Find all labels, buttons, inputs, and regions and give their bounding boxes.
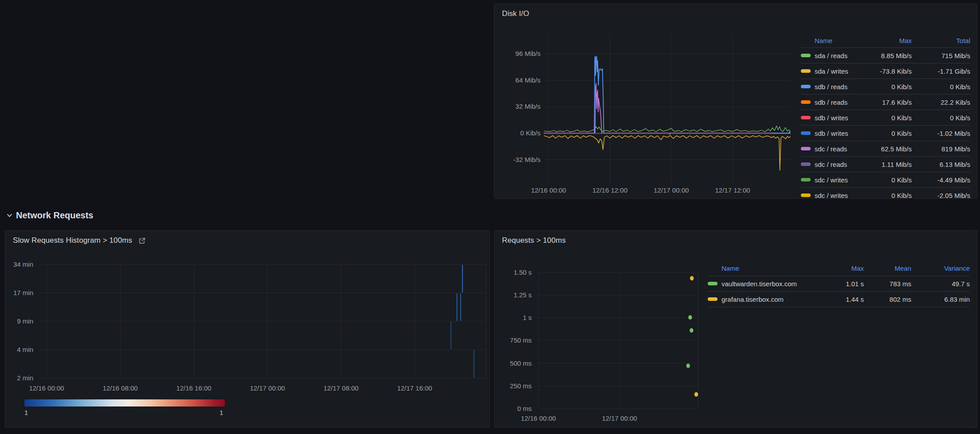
requests-y-tick-label: 250 ms bbox=[510, 382, 532, 390]
legend-value: -1.71 Gib/s bbox=[917, 67, 970, 75]
requests-legend-header: NameMaxMeanVariance bbox=[708, 261, 970, 276]
disk-series-line bbox=[544, 126, 791, 132]
legend-value: 17.6 Kib/s bbox=[861, 99, 912, 106]
heatmap-x-tick-label: 12/16 16:00 bbox=[176, 384, 211, 392]
requests-x-tick-label: 12/17 00:00 bbox=[602, 414, 637, 422]
legend-col-mean[interactable]: Mean bbox=[869, 264, 911, 272]
series-color-swatch bbox=[801, 69, 811, 73]
legend-value: 49.7 s bbox=[917, 280, 970, 288]
disk-io-legend-header: NameMaxTotal bbox=[801, 33, 970, 48]
heatmap-color-scale bbox=[24, 399, 225, 406]
legend-value: 0 Kib/s bbox=[861, 114, 912, 122]
disk-io-legend-row[interactable]: sda / reads8.85 Mib/s715 Mib/s bbox=[801, 48, 970, 63]
disk-x-tick-label: 12/16 00:00 bbox=[531, 186, 566, 194]
series-name-label[interactable]: sdc / writes bbox=[815, 176, 848, 184]
legend-value: 0 Kib/s bbox=[861, 83, 912, 91]
series-name-label[interactable]: sdc / writes bbox=[815, 192, 848, 199]
panel-requests: Requests > 100ms 1.50 s1.25 s1 s750 ms50… bbox=[494, 230, 977, 428]
legend-col-name[interactable]: Name bbox=[801, 37, 855, 44]
panel-disk-io: Disk I/O 96 Mib/s64 Mib/s32 Mib/s0 Kib/s… bbox=[494, 4, 977, 199]
legend-value: 0 Kib/s bbox=[861, 130, 912, 137]
disk-io-legend-table: NameMaxTotalsda / reads8.85 Mib/s715 Mib… bbox=[801, 33, 970, 199]
heatmap-y-tick-label: 17 min bbox=[13, 289, 33, 296]
legend-value: -2.05 Mib/s bbox=[917, 192, 970, 199]
legend-value: 1.44 s bbox=[822, 296, 864, 303]
disk-io-legend-row[interactable]: sda / writes-73.8 Kib/s-1.71 Gib/s bbox=[801, 63, 970, 79]
legend-value: 802 ms bbox=[869, 296, 911, 303]
legend-col-total[interactable]: Total bbox=[917, 37, 970, 44]
series-color-swatch bbox=[801, 193, 811, 197]
series-name-label[interactable]: sda / writes bbox=[815, 67, 848, 75]
disk-io-legend-row[interactable]: sdb / writes0 Kib/s0 Kib/s bbox=[801, 110, 970, 126]
disk-io-legend-row[interactable]: sdc / reads1.11 Mib/s6.13 Mib/s bbox=[801, 157, 970, 172]
requests-scatter-chart[interactable]: 1.50 s1.25 s1 s750 ms500 ms250 ms0 ms12/… bbox=[494, 231, 977, 427]
heatmap-x-tick-label: 12/17 16:00 bbox=[397, 384, 432, 392]
scatter-point[interactable] bbox=[694, 392, 698, 397]
scatter-point[interactable] bbox=[686, 363, 690, 368]
panel-title-requests[interactable]: Requests > 100ms bbox=[502, 236, 566, 245]
section-network-requests[interactable]: Network Requests bbox=[6, 210, 94, 221]
requests-y-tick-label: 1.25 s bbox=[514, 291, 532, 299]
series-color-swatch bbox=[708, 297, 717, 301]
disk-x-tick-label: 12/16 12:00 bbox=[592, 186, 627, 194]
disk-io-legend-row[interactable]: sdb / reads0 Kib/s0 Kib/s bbox=[801, 79, 970, 95]
scatter-point[interactable] bbox=[690, 276, 694, 280]
heatmap-cell bbox=[460, 293, 462, 321]
legend-value: 783 ms bbox=[869, 280, 911, 288]
heatmap-cell bbox=[462, 265, 463, 292]
series-name-label[interactable]: sdb / reads bbox=[815, 99, 847, 106]
legend-value: -1.02 Mib/s bbox=[917, 130, 970, 137]
legend-col-max[interactable]: Max bbox=[822, 264, 864, 272]
requests-y-tick-label: 1 s bbox=[523, 314, 532, 321]
disk-io-legend-row[interactable]: sdb / reads17.6 Kib/s22.2 Kib/s bbox=[801, 95, 970, 110]
panel-title-disk-io[interactable]: Disk I/O bbox=[502, 9, 529, 18]
disk-y-tick-label: 32 Mib/s bbox=[515, 103, 541, 110]
scatter-point[interactable] bbox=[690, 328, 693, 333]
heatmap-x-tick-label: 12/16 00:00 bbox=[29, 384, 64, 392]
series-color-swatch bbox=[801, 147, 811, 150]
legend-value: -4.49 Mib/s bbox=[917, 176, 970, 184]
legend-value: 0 Kib/s bbox=[861, 192, 912, 199]
series-name-label[interactable]: vaultwarden.tiserbox.com bbox=[721, 280, 797, 288]
legend-col-variance[interactable]: Variance bbox=[917, 264, 970, 272]
panel-title-slow-requests[interactable]: Slow Requests Histogram > 100ms bbox=[13, 236, 132, 245]
heatmap-cell bbox=[451, 322, 452, 349]
legend-col-max[interactable]: Max bbox=[861, 37, 912, 44]
scatter-point[interactable] bbox=[688, 315, 692, 320]
external-link-icon[interactable] bbox=[138, 237, 146, 245]
disk-y-tick-label: -32 Mib/s bbox=[513, 156, 541, 163]
disk-x-tick-label: 12/17 00:00 bbox=[654, 186, 689, 194]
heatmap-x-tick-label: 12/17 08:00 bbox=[323, 384, 358, 392]
disk-io-legend-row[interactable]: sdc / writes0 Kib/s-2.05 Mib/s bbox=[801, 188, 970, 199]
series-color-swatch bbox=[801, 131, 811, 135]
heatmap-cell bbox=[474, 350, 475, 378]
series-color-swatch bbox=[801, 162, 811, 166]
legend-value: 6.83 min bbox=[917, 296, 970, 303]
series-name-label[interactable]: sdb / writes bbox=[815, 114, 848, 122]
legend-value: 6.13 Mib/s bbox=[917, 161, 970, 168]
legend-value: 0 Kib/s bbox=[917, 83, 970, 91]
heatmap-y-tick-label: 4 min bbox=[17, 346, 33, 353]
disk-series-line bbox=[544, 83, 791, 133]
requests-legend-row[interactable]: grafana.tiserbox.com1.44 s802 ms6.83 min bbox=[708, 292, 970, 307]
heatmap-y-tick-label: 34 min bbox=[13, 260, 33, 268]
section-title: Network Requests bbox=[16, 210, 94, 221]
disk-io-legend-row[interactable]: sdc / reads62.5 Mib/s819 Mib/s bbox=[801, 141, 970, 157]
heatmap-y-tick-label: 9 min bbox=[17, 317, 33, 325]
legend-value: 22.2 Kib/s bbox=[917, 99, 970, 106]
series-name-label[interactable]: sdb / reads bbox=[815, 83, 847, 91]
disk-io-legend-row[interactable]: sdc / writes0 Kib/s-4.49 Mib/s bbox=[801, 172, 970, 188]
disk-io-legend-row[interactable]: sdb / writes0 Kib/s-1.02 Mib/s bbox=[801, 126, 970, 141]
series-color-swatch bbox=[708, 282, 717, 285]
requests-y-tick-label: 0 ms bbox=[517, 405, 532, 412]
series-name-label[interactable]: sdc / reads bbox=[815, 161, 847, 168]
series-name-label[interactable]: sdb / writes bbox=[815, 130, 848, 137]
slow-requests-heatmap[interactable]: 34 min17 min9 min4 min2 min12/16 00:0012… bbox=[5, 231, 490, 427]
series-name-label[interactable]: sda / reads bbox=[815, 52, 847, 59]
series-name-label[interactable]: grafana.tiserbox.com bbox=[721, 296, 784, 303]
series-color-swatch bbox=[801, 54, 811, 57]
series-name-label[interactable]: sdc / reads bbox=[815, 145, 847, 153]
requests-legend-row[interactable]: vaultwarden.tiserbox.com1.01 s783 ms49.7… bbox=[708, 276, 970, 292]
legend-value: 8.85 Mib/s bbox=[861, 52, 912, 59]
legend-col-name[interactable]: Name bbox=[708, 264, 816, 272]
